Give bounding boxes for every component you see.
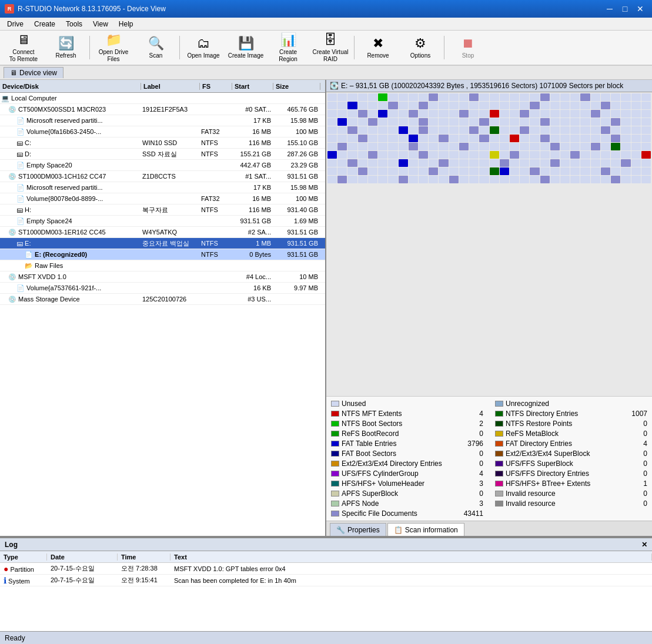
disk-cell bbox=[591, 176, 600, 183]
tree-row[interactable]: 🖴 C:WIN10 SSDNTFS116 MB155.10 GB bbox=[0, 137, 325, 149]
log-row[interactable]: ● Partition 20-7-15-수요일 오전 7:28:38 MSFT … bbox=[0, 563, 652, 575]
toolbar-sep-4 bbox=[444, 36, 444, 59]
legend-label: ReFS BootRecord bbox=[342, 430, 463, 438]
tree-row[interactable]: 💿 MSFT XVDD 1.0#4 Loc...10 MB bbox=[0, 271, 325, 283]
log-close-icon[interactable]: ✕ bbox=[641, 541, 647, 549]
tree-cell-size: 931.51 GB bbox=[273, 240, 320, 247]
legend-count: 4 bbox=[466, 469, 483, 478]
disk-cell bbox=[570, 93, 580, 101]
refresh-button[interactable]: 🔄 Refresh bbox=[46, 32, 86, 63]
disk-cell bbox=[327, 143, 337, 150]
tree-row[interactable]: 🖴 D:SSD 자료실NTFS155.21 GB287.26 GB bbox=[0, 149, 325, 160]
remove-button[interactable]: ✖ Remove bbox=[358, 32, 398, 63]
legend-swatch bbox=[495, 441, 503, 447]
device-view-tab[interactable]: 🖥 Device view bbox=[4, 67, 63, 78]
log-row[interactable]: ℹ System 20-7-15-수요일 오전 9:15:41 Scan has… bbox=[0, 575, 652, 586]
disk-cell bbox=[530, 126, 539, 134]
disk-cell bbox=[601, 93, 610, 101]
legend-swatch bbox=[331, 491, 339, 497]
disk-cell bbox=[631, 110, 641, 118]
tree-row[interactable]: 💿 CT500MX500SSD1 M3CR0231912E1F2F5A3#0 S… bbox=[0, 104, 325, 115]
open-image-button[interactable]: 🗂 Open Image bbox=[183, 32, 223, 63]
legend-swatch bbox=[495, 471, 503, 477]
tree-row[interactable]: 📄 Microsoft reserved partiti...17 KB15.9… bbox=[0, 115, 325, 126]
disk-cell bbox=[591, 143, 600, 150]
tree-cell-start: 116 MB bbox=[232, 139, 273, 146]
tree-row[interactable]: 🖴 H:복구자료NTFS116 MB931.40 GB bbox=[0, 204, 325, 216]
disk-cell bbox=[358, 93, 367, 101]
device-tree[interactable]: 💻 Local Computer💿 CT500MX500SSD1 M3CR023… bbox=[0, 93, 325, 536]
legend-label: NTFS Boot Sectors bbox=[342, 420, 463, 428]
disk-cell bbox=[490, 167, 499, 175]
tree-cell-fs: NTFS bbox=[200, 139, 232, 146]
tree-row[interactable]: 💻 Local Computer bbox=[0, 93, 325, 104]
log-col-text: Text bbox=[170, 554, 652, 561]
disk-grid-area[interactable] bbox=[326, 92, 652, 396]
legend-label: Ext2/Ext3/Ext4 Directory Entries bbox=[342, 459, 463, 468]
disk-cell bbox=[591, 102, 600, 109]
disk-cell bbox=[550, 126, 560, 134]
disk-cell bbox=[388, 102, 397, 109]
legend-swatch bbox=[495, 491, 503, 497]
maximize-button[interactable]: □ bbox=[618, 3, 632, 15]
legend-count: 3 bbox=[466, 499, 483, 508]
tree-cell-size: 23.29 GB bbox=[273, 162, 320, 169]
tree-row[interactable]: 📄 Volume{80078e0d-8899-...FAT3216 MB100 … bbox=[0, 193, 325, 204]
disk-cell bbox=[399, 118, 408, 126]
disk-cell bbox=[419, 135, 428, 142]
disk-cell bbox=[469, 143, 479, 150]
disk-cell bbox=[479, 93, 489, 101]
menu-create[interactable]: Create bbox=[29, 19, 60, 29]
tree-row[interactable]: 💿 ST1000DM003-1ER162 CC45W4Y5ATKQ#2 SA..… bbox=[0, 227, 325, 238]
disk-cell bbox=[419, 93, 428, 101]
tree-row[interactable]: 💿 Mass Storage Device125C20100726#3 US..… bbox=[0, 294, 325, 305]
tree-cell-name: 🖴 E: bbox=[0, 240, 141, 247]
disk-cell bbox=[621, 102, 630, 109]
open-drive-button[interactable]: 📁 Open Drive Files bbox=[93, 32, 133, 63]
tree-row[interactable]: 💿 ST1000DM003-1CH162 CC47Z1D8CCTS#1 SAT.… bbox=[0, 171, 325, 182]
disk-cell bbox=[490, 151, 499, 159]
tree-row[interactable]: 📄 Volume{0fa16b63-2450-...FAT3216 MB100 … bbox=[0, 126, 325, 137]
disk-cell bbox=[469, 176, 479, 183]
tree-row[interactable]: 📄 E: (Recognized0)NTFS0 Bytes931.51 GB bbox=[0, 249, 325, 260]
menu-view[interactable]: View bbox=[88, 19, 113, 29]
create-region-button[interactable]: 📊 Create Region bbox=[268, 32, 308, 63]
legend-label: FAT Table Entries bbox=[342, 440, 463, 448]
menu-help[interactable]: Help bbox=[114, 19, 138, 29]
legend-count: 0 bbox=[630, 489, 647, 498]
disk-cell bbox=[378, 167, 387, 175]
tree-row[interactable]: 📂 Raw Files bbox=[0, 260, 325, 271]
tree-row[interactable]: 📄 Microsoft reserved partiti...17 KB15.9… bbox=[0, 182, 325, 193]
col-start: Start bbox=[232, 83, 273, 90]
menu-tools[interactable]: Tools bbox=[61, 19, 87, 29]
col-device: Device/Disk bbox=[0, 83, 141, 90]
stop-button[interactable]: ⏹ Stop bbox=[448, 32, 488, 63]
disk-cell bbox=[358, 143, 367, 150]
connect-button[interactable]: 🖥 ConnectTo Remote bbox=[4, 32, 44, 63]
create-vraid-label: Create Virtual RAID bbox=[312, 49, 349, 63]
legend-row-left: Specific File Documents 43411 bbox=[331, 509, 483, 518]
disk-cell bbox=[500, 151, 509, 159]
options-button[interactable]: ⚙ Options bbox=[400, 32, 440, 63]
legend-label: NTFS Restore Points bbox=[506, 420, 627, 428]
minimize-button[interactable]: ─ bbox=[603, 3, 617, 15]
create-vraid-button[interactable]: 🗄 Create Virtual RAID bbox=[310, 32, 350, 63]
disk-cell bbox=[570, 151, 580, 159]
disk-cell bbox=[570, 167, 580, 175]
scan-button[interactable]: 🔍 Scan bbox=[136, 32, 176, 63]
close-button[interactable]: ✕ bbox=[633, 3, 647, 15]
create-image-button[interactable]: 💾 Create Image bbox=[226, 32, 266, 63]
disk-cell bbox=[409, 126, 418, 134]
scan-info-tab[interactable]: 📋 Scan information bbox=[387, 523, 464, 536]
tree-row[interactable]: 🖴 E:중요자료 백업실NTFS1 MB931.51 GB bbox=[0, 238, 325, 249]
menu-drive[interactable]: Drive bbox=[2, 19, 28, 29]
disk-cell bbox=[520, 93, 529, 101]
tree-row[interactable]: 📄 Empty Space20442.47 GB23.29 GB bbox=[0, 160, 325, 171]
properties-tab[interactable]: 🔧 Properties bbox=[330, 523, 386, 536]
disk-cell bbox=[368, 110, 377, 118]
disk-cell bbox=[419, 143, 428, 150]
tree-row[interactable]: 📄 Volume{a7537661-921f-...16 KB9.97 MB bbox=[0, 283, 325, 294]
disk-cell bbox=[601, 143, 610, 150]
tree-row[interactable]: 📄 Empty Space24931.51 GB1.69 MB bbox=[0, 216, 325, 227]
disk-cell bbox=[388, 151, 397, 159]
